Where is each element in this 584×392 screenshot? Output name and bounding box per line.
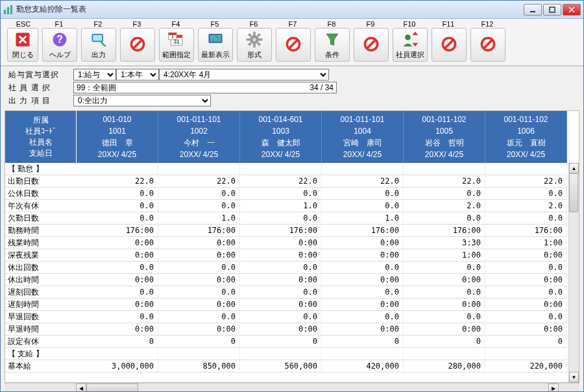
data-cell[interactable]: 1:00: [485, 237, 567, 249]
data-cell[interactable]: 420,000: [322, 360, 404, 373]
scroll-left-button[interactable]: ◀: [76, 384, 86, 392]
data-cell[interactable]: 0.0: [77, 200, 158, 212]
data-cell[interactable]: 0.0: [240, 212, 322, 225]
output-button[interactable]: 出力: [81, 28, 116, 62]
horizontal-scrollbar[interactable]: ◀ ▶: [5, 383, 579, 392]
data-cell[interactable]: 0.0: [322, 200, 404, 212]
data-cell[interactable]: 0.0: [77, 262, 158, 274]
data-cell[interactable]: 22.0: [77, 175, 158, 188]
employee-range-field[interactable]: 99：全範囲 34 / 34: [73, 82, 337, 93]
data-cell[interactable]: 0.0: [322, 188, 404, 200]
data-cell[interactable]: 0.0: [158, 188, 240, 200]
data-cell[interactable]: 0:00: [485, 299, 567, 311]
data-cell[interactable]: 0.0: [404, 212, 485, 225]
data-cell[interactable]: 0.0: [77, 188, 158, 200]
data-cell[interactable]: 0.0: [322, 262, 404, 274]
data-cell[interactable]: 0: [404, 336, 485, 348]
data-cell[interactable]: 0: [485, 336, 567, 348]
scroll-down-button[interactable]: ▼: [569, 372, 579, 382]
data-cell[interactable]: 0.0: [322, 311, 404, 323]
data-cell[interactable]: 0:00: [77, 323, 158, 336]
data-cell[interactable]: 0:00: [485, 249, 567, 262]
data-cell[interactable]: 22.0: [322, 175, 404, 188]
range-button[interactable]: 311範囲指定: [159, 28, 194, 62]
data-cell[interactable]: 2.0: [485, 200, 567, 212]
data-cell[interactable]: 0:00: [240, 237, 322, 249]
data-cell[interactable]: 0.0: [158, 286, 240, 299]
data-cell[interactable]: 0:00: [77, 237, 158, 249]
data-cell[interactable]: 0:00: [77, 299, 158, 311]
data-cell[interactable]: 1:00: [404, 249, 485, 262]
data-cell[interactable]: 3,000,000: [77, 360, 158, 373]
data-cell[interactable]: 0.0: [485, 286, 567, 299]
format-button[interactable]: 形式: [237, 28, 272, 62]
f12-button[interactable]: [470, 28, 505, 62]
data-cell[interactable]: 220,000: [485, 360, 567, 373]
data-cell[interactable]: 22.0: [404, 175, 485, 188]
scroll-up-button[interactable]: ▲: [569, 163, 579, 173]
data-cell[interactable]: 0.0: [158, 200, 240, 212]
data-cell[interactable]: 0.0: [158, 311, 240, 323]
data-cell[interactable]: 0:00: [322, 249, 404, 262]
vscroll-thumb[interactable]: [569, 173, 578, 212]
data-cell[interactable]: 22.0: [240, 175, 322, 188]
data-cell[interactable]: 0.0: [240, 286, 322, 299]
vertical-scrollbar[interactable]: ▲ ▼: [568, 163, 579, 382]
data-cell[interactable]: 0:00: [322, 274, 404, 286]
data-cell[interactable]: 1.0: [322, 212, 404, 225]
data-cell[interactable]: 176:00: [77, 225, 158, 237]
data-cell[interactable]: 0:00: [77, 274, 158, 286]
data-cell[interactable]: 0.0: [404, 311, 485, 323]
data-cell[interactable]: 176:00: [240, 225, 322, 237]
data-cell[interactable]: 280,000: [404, 360, 485, 373]
emp-select-button[interactable]: 社員選択: [393, 28, 428, 62]
data-cell[interactable]: 176:00: [485, 225, 567, 237]
data-cell[interactable]: 0.0: [485, 311, 567, 323]
year-select[interactable]: 1:本年: [116, 69, 159, 80]
f9-button[interactable]: [354, 28, 389, 62]
data-cell[interactable]: 0.0: [485, 262, 567, 274]
f11-button[interactable]: [432, 28, 467, 62]
window-close-button[interactable]: [563, 4, 581, 16]
data-cell[interactable]: 0:00: [158, 237, 240, 249]
data-cell[interactable]: 0.0: [240, 262, 322, 274]
data-cell[interactable]: 0:00: [240, 249, 322, 262]
scroll-right-button[interactable]: ▶: [548, 384, 559, 392]
data-cell[interactable]: 0: [240, 336, 322, 348]
data-cell[interactable]: 0:00: [322, 237, 404, 249]
maximize-button[interactable]: [543, 4, 561, 16]
data-cell[interactable]: 0:00: [485, 274, 567, 286]
data-cell[interactable]: 0.0: [77, 311, 158, 323]
data-cell[interactable]: 0.0: [77, 212, 158, 225]
data-cell[interactable]: 0:00: [485, 323, 567, 336]
data-cell[interactable]: 0:00: [240, 274, 322, 286]
output-item-select[interactable]: 0:全出力: [73, 95, 211, 106]
data-cell[interactable]: 3:30: [404, 237, 485, 249]
data-cell[interactable]: 0: [158, 336, 240, 348]
data-cell[interactable]: 0:00: [240, 299, 322, 311]
data-cell[interactable]: 0.0: [404, 262, 485, 274]
data-cell[interactable]: 0:00: [322, 299, 404, 311]
close-button[interactable]: 閉じる: [7, 28, 38, 62]
data-cell[interactable]: 176:00: [322, 225, 404, 237]
f3-button[interactable]: [120, 28, 155, 62]
data-cell[interactable]: 22.0: [485, 175, 567, 188]
data-cell[interactable]: 0:00: [240, 323, 322, 336]
data-cell[interactable]: 0.0: [240, 188, 322, 200]
data-cell[interactable]: 0:00: [404, 299, 485, 311]
data-cell[interactable]: 0.0: [158, 262, 240, 274]
data-cell[interactable]: 1.0: [240, 200, 322, 212]
data-cell[interactable]: 0:00: [158, 323, 240, 336]
data-cell[interactable]: 0.0: [404, 286, 485, 299]
month-select[interactable]: 4:20XX年 4月: [159, 69, 329, 80]
data-cell[interactable]: 0:00: [158, 299, 240, 311]
f7-button[interactable]: [276, 28, 311, 62]
salary-type-select[interactable]: 1:給与: [73, 69, 116, 80]
data-cell[interactable]: 0:00: [404, 274, 485, 286]
refresh-button[interactable]: 最新表示: [198, 28, 233, 62]
filter-button[interactable]: 条件: [315, 28, 350, 62]
data-cell[interactable]: 0:00: [158, 249, 240, 262]
data-cell[interactable]: 0.0: [77, 286, 158, 299]
data-cell[interactable]: 0:00: [158, 274, 240, 286]
data-cell[interactable]: 0:00: [77, 249, 158, 262]
